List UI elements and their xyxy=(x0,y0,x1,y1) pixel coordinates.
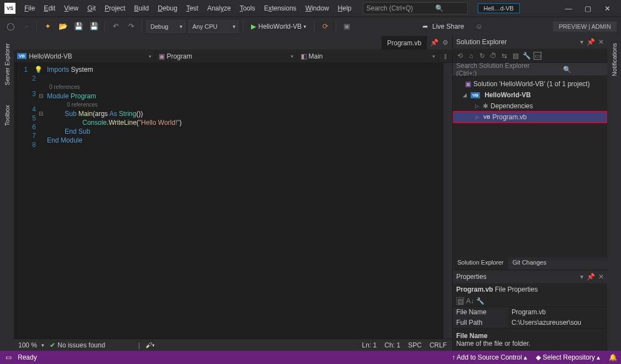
alpha-sort-icon[interactable]: A↓ xyxy=(466,297,474,305)
sync-icon[interactable]: ↻ xyxy=(478,52,486,60)
lightbulb-icon[interactable]: 💡 xyxy=(34,66,43,73)
window-controls: — ▢ ✕ xyxy=(559,2,617,15)
dropdown-icon[interactable]: ▾ xyxy=(580,38,583,46)
close-icon[interactable]: ✕ xyxy=(598,38,604,46)
menu-build[interactable]: Build xyxy=(130,2,154,14)
share-icon: ➦ xyxy=(421,23,429,30)
codelens-references[interactable]: 0 references xyxy=(47,101,443,109)
pin-icon[interactable]: 📌 xyxy=(430,39,438,46)
brush-icon[interactable]: 🖌︎ xyxy=(145,341,152,349)
menu-tools[interactable]: Tools xyxy=(235,2,259,14)
codelens-references[interactable]: 0 references xyxy=(47,83,443,92)
indent-mode[interactable]: SPC xyxy=(408,341,422,349)
main-toolbar: ◯ → ✦ 📂 💾 💾 ↶ ↷ Debug Any CPU ▶ HelloWor… xyxy=(0,17,621,35)
redo-button[interactable]: ↷ xyxy=(125,20,137,33)
menu-debug[interactable]: Debug xyxy=(153,2,181,14)
tab-git-changes[interactable]: Git Changes xyxy=(508,257,551,270)
toolbox-tab[interactable]: Toolbox xyxy=(3,101,12,130)
nav-back-button[interactable]: ◯ xyxy=(4,20,17,33)
categorized-icon[interactable]: ▤ xyxy=(456,297,464,305)
fold-toggle[interactable]: ⊟ xyxy=(39,109,43,118)
open-button[interactable]: 📂 xyxy=(57,20,69,33)
solution-explorer-search[interactable]: Search Solution Explorer (Ctrl+;) 🔍 xyxy=(453,63,607,76)
add-source-control-button[interactable]: ↑ Add to Source Control ▴ xyxy=(452,354,527,361)
server-explorer-tab[interactable]: Server Explorer xyxy=(3,39,12,89)
properties-icon[interactable]: 🔧 xyxy=(523,52,530,60)
new-project-button[interactable]: ✦ xyxy=(41,20,54,33)
platform-combo[interactable]: Any CPU xyxy=(189,20,238,33)
close-button[interactable]: ✕ xyxy=(598,2,617,15)
eol-mode[interactable]: CRLF xyxy=(430,341,447,349)
split-editor-button[interactable]: ⫿ xyxy=(439,50,452,62)
nav-type-combo[interactable]: ▣ Program xyxy=(155,50,297,62)
feedback-button[interactable]: ☺ xyxy=(473,20,485,33)
hot-reload-button[interactable]: ⟳ xyxy=(319,20,331,33)
menu-analyze[interactable]: Analyze xyxy=(203,2,236,14)
project-node[interactable]: ◢VBHelloWorld-VB xyxy=(453,89,607,101)
menu-project[interactable]: Project xyxy=(100,2,129,14)
gear-icon[interactable]: ⚙ xyxy=(441,39,449,46)
nav-fwd-button[interactable]: → xyxy=(20,20,32,33)
home-icon[interactable]: ⌂ xyxy=(467,52,475,60)
wrench-icon[interactable]: 🔧 xyxy=(476,297,484,305)
back-icon[interactable]: ⟲ xyxy=(456,52,464,60)
quick-search[interactable]: Search (Ctrl+Q) 🔍 xyxy=(363,2,468,14)
code-editor[interactable]: 1💡 2345678 Imports System 0 references ⊟… xyxy=(14,63,452,339)
scrollbar[interactable] xyxy=(443,63,452,339)
status-ready: Ready xyxy=(18,354,37,361)
tab-program-vb[interactable]: Program.vb xyxy=(382,35,427,50)
undo-button[interactable]: ↶ xyxy=(109,20,122,33)
dependencies-node[interactable]: ▷✱Dependencies xyxy=(453,101,607,112)
preview-icon[interactable]: ▭ xyxy=(534,52,541,60)
pin-icon[interactable]: 📌 xyxy=(587,38,595,46)
nav-member-combo[interactable]: ◧ Main xyxy=(298,50,439,62)
show-all-icon[interactable]: ▤ xyxy=(512,52,519,60)
filter-icon[interactable]: ⏱ xyxy=(489,52,497,60)
maximize-button[interactable]: ▢ xyxy=(578,2,597,15)
menu-window[interactable]: Window xyxy=(301,2,333,14)
solution-tree[interactable]: ▣Solution 'HelloWorld-VB' (1 of 1 projec… xyxy=(453,76,607,257)
select-repository-button[interactable]: ◆ Select Repository ▴ xyxy=(536,354,600,361)
solution-explorer-toolbar: ⟲ ⌂ ↻ ⏱ ⇆ ▤ 🔧 ▭ xyxy=(453,49,607,63)
caret-line[interactable]: Ln: 1 xyxy=(362,341,377,349)
zoom-combo[interactable]: 100 % xyxy=(14,341,41,349)
run-target-label: HelloWorld-VB xyxy=(258,23,301,30)
solution-explorer-title: Solution Explorer ▾📌✕ xyxy=(453,35,607,49)
save-button[interactable]: 💾 xyxy=(72,20,85,33)
menu-help[interactable]: Help xyxy=(333,2,356,14)
bell-icon[interactable]: 🔔 xyxy=(609,354,617,361)
menu-view[interactable]: View xyxy=(60,2,83,14)
preview-admin-badge[interactable]: PREVIEW | ADMIN xyxy=(553,22,617,31)
menu-test[interactable]: Test xyxy=(182,2,203,14)
left-toolwell: Server Explorer Toolbox xyxy=(0,35,14,351)
config-combo[interactable]: Debug xyxy=(147,20,185,33)
menu-git[interactable]: Git xyxy=(83,2,100,14)
dropdown-icon[interactable]: ▾ xyxy=(580,273,583,281)
caret-col[interactable]: Ch: 1 xyxy=(384,341,400,349)
start-debug-button[interactable]: ▶ HelloWorld-VB ▾ xyxy=(248,20,310,33)
solution-chip[interactable]: Hell…d-VB xyxy=(478,3,520,13)
file-node-program-vb[interactable]: ▷VBProgram.vb xyxy=(453,112,607,123)
solution-node[interactable]: ▣Solution 'HelloWorld-VB' (1 of 1 projec… xyxy=(453,78,607,89)
tab-solution-explorer[interactable]: Solution Explorer xyxy=(453,257,508,270)
property-row[interactable]: File NameProgram.vb xyxy=(453,307,607,318)
menu-file[interactable]: File xyxy=(20,2,39,14)
live-share-button[interactable]: ➦ Live Share xyxy=(421,23,464,30)
right-bottom-tabs: Solution Explorer Git Changes xyxy=(453,257,607,270)
minimize-button[interactable]: — xyxy=(559,2,578,15)
properties-grid[interactable]: File NameProgram.vbFull PathC:\Users\azu… xyxy=(453,307,607,328)
menu-extensions[interactable]: Extensions xyxy=(259,2,301,14)
play-icon: ▶ xyxy=(251,23,256,30)
issues-label[interactable]: No issues found xyxy=(58,341,105,349)
pin-icon[interactable]: 📌 xyxy=(587,273,595,281)
property-row[interactable]: Full PathC:\Users\azureuser\sou xyxy=(453,318,607,328)
view-icon[interactable]: ⇆ xyxy=(500,52,508,60)
misc-button[interactable]: ▣ xyxy=(341,20,353,33)
code-body[interactable]: Imports System 0 references ⊟Module Prog… xyxy=(47,63,443,339)
close-icon[interactable]: ✕ xyxy=(598,273,604,281)
fold-toggle[interactable]: ⊟ xyxy=(39,92,43,101)
notifications-tab[interactable]: Notifications xyxy=(610,39,619,81)
save-all-button[interactable]: 💾 xyxy=(88,20,100,33)
menu-edit[interactable]: Edit xyxy=(39,2,60,14)
nav-project-combo[interactable]: VBHelloWorld-VB xyxy=(14,50,155,62)
